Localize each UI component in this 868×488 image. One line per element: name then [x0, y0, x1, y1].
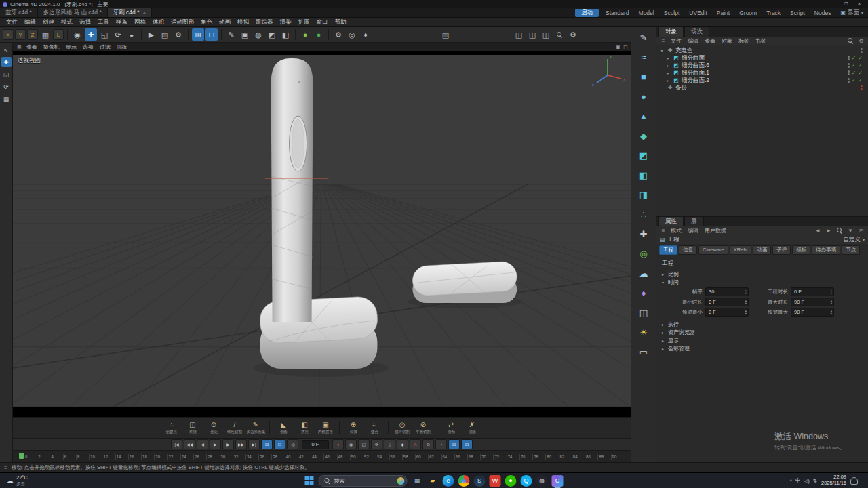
cloner-icon[interactable]: ∴ [636, 207, 651, 222]
menubar-item[interactable]: 体积 [149, 18, 167, 26]
extrude-button[interactable]: ◧挤压 [294, 420, 315, 435]
modeling-axis-icon[interactable]: ▦ [1, 94, 12, 104]
loop-cut-button[interactable]: ◎循环切割 [392, 420, 412, 435]
network-icon[interactable]: ⇅ [813, 478, 817, 484]
steam-icon[interactable]: S [474, 475, 486, 487]
cone-primitive-icon[interactable]: ▲ [636, 108, 651, 123]
plane-cut-button[interactable]: ⊘平面切割 [413, 420, 433, 435]
attribute-tab-button[interactable]: 节点 [842, 245, 860, 255]
camera-icon[interactable]: ◫ [636, 305, 651, 320]
task-view-icon[interactable]: ▦ [412, 475, 423, 487]
attribute-group-header[interactable]: ▸比例 [660, 270, 864, 278]
keyframe-rotation-icon[interactable]: ⟳ [371, 439, 382, 449]
attribute-group-header[interactable]: ▸显示 [660, 336, 864, 344]
timeline-ruler-mode-icon[interactable]: ⊞ [261, 439, 273, 449]
wps-icon[interactable]: W [490, 475, 501, 487]
enabled-check-icon[interactable]: ✓ [852, 70, 856, 76]
object-manager-tab[interactable]: 场次 [684, 27, 709, 37]
light-icon[interactable]: ☀ [636, 325, 651, 340]
sound-icon[interactable]: ◁) [287, 439, 298, 449]
object-manager-settings-icon[interactable]: ⚙ [857, 38, 865, 44]
hidden-icons-chevron[interactable]: ^ [789, 478, 792, 484]
spline-icon[interactable]: ≈ [636, 49, 651, 64]
field-input[interactable]: 30▴▾ [705, 287, 749, 296]
cube-primitive-icon[interactable]: ■ [636, 69, 651, 84]
extrude-icon[interactable]: ◧ [636, 167, 651, 182]
volume-icon[interactable]: ◁) [804, 478, 809, 484]
visibility-dots[interactable] [861, 48, 863, 53]
visibility-dots[interactable] [848, 78, 850, 83]
render-visibility-dot[interactable] [848, 58, 850, 60]
keyframe-scale-icon[interactable]: ◱ [358, 439, 370, 449]
menubar-item[interactable]: 模拟 [234, 18, 252, 26]
attribute-tab-button[interactable]: XRefs [730, 245, 751, 255]
layout-tab[interactable]: Track [762, 9, 785, 16]
render-view-icon[interactable]: ▶ [145, 28, 157, 41]
last-used-tool-icon[interactable]: ◒ [125, 28, 138, 41]
expand-icon[interactable]: ▸ [665, 63, 671, 68]
rotate-tool-icon[interactable]: ⟳ [112, 28, 124, 41]
render-visibility-dot[interactable] [848, 66, 850, 68]
field-input[interactable]: 90 F▴▾ [791, 308, 834, 317]
workplane-icon[interactable]: ▦ [39, 28, 52, 41]
enabled-check-icon[interactable]: ✓ [858, 56, 863, 61]
timeline-playhead[interactable] [19, 453, 24, 459]
obs-icon[interactable]: ◍ [536, 475, 548, 487]
layout-tab[interactable]: Standard [601, 9, 634, 16]
viewport-menu-item[interactable]: 查看 [24, 43, 40, 51]
enabled-check-icon[interactable]: ✓ [852, 63, 856, 68]
subdivision-surface-icon[interactable]: ◩ [266, 28, 278, 41]
keyframe-snap-icon[interactable]: ⊟ [274, 439, 285, 449]
sphere-primitive-icon[interactable]: ● [636, 89, 651, 104]
object-row[interactable]: ▸◩细分曲面.2✓✓ [656, 77, 868, 84]
bridge-button[interactable]: ◫桥接 [182, 420, 203, 435]
bevel-button[interactable]: ◣倒角 [273, 420, 294, 435]
y-axis-lock-button[interactable]: Y [15, 29, 26, 40]
timeline-window-icon[interactable]: ◔ [435, 439, 447, 449]
visibility-dots[interactable] [848, 70, 850, 75]
x-axis-lock-button[interactable]: X [3, 29, 14, 40]
history-forward-icon[interactable]: ► [825, 228, 833, 234]
titlebar[interactable]: Cinema 4D 2024.1.0 - [牙刷.c4d *] - 主要 ─❐✕ [0, 0, 868, 8]
history-back-icon[interactable]: ◄ [814, 228, 822, 234]
menubar-item[interactable]: 角色 [197, 18, 216, 26]
qq-icon[interactable]: Q [521, 475, 532, 487]
layout-tab[interactable]: Nodes [810, 9, 836, 16]
cinema4d-icon[interactable]: C [552, 475, 564, 487]
volume-icon[interactable]: ☁ [636, 266, 651, 281]
menubar-item[interactable]: 创建 [39, 18, 58, 26]
keyframe-pla-icon[interactable]: ◆ [397, 439, 408, 449]
attribute-tab-button[interactable]: 子弹 [772, 245, 791, 255]
object-row[interactable]: ▸◩细分曲面✓✓ [656, 54, 868, 62]
next-frame-button[interactable]: ▶ [222, 439, 234, 449]
editor-visibility-dot[interactable] [861, 85, 863, 87]
field-input[interactable]: 0 F▴▾ [705, 308, 749, 317]
attribute-mode-menu-item[interactable]: 编辑 [685, 227, 701, 235]
expand-icon[interactable]: ▸ [665, 56, 671, 60]
expand-icon[interactable]: ▾ [659, 48, 665, 53]
goto-end-button[interactable]: ▶| [248, 439, 260, 449]
render-picture-viewer-icon[interactable]: ▤ [159, 28, 171, 41]
attribute-tab-button[interactable]: 待办事项 [812, 245, 840, 255]
object-manager-menu-item[interactable]: 书签 [753, 37, 769, 45]
interface-selector[interactable]: ▣ 界面 ▾ [835, 8, 868, 17]
layout-tab[interactable]: Groom [734, 9, 762, 16]
autokey-icon[interactable]: A [410, 439, 421, 449]
layout-window-3-icon[interactable]: ◫ [540, 28, 552, 41]
start-button[interactable] [305, 476, 315, 485]
mograph-icon[interactable]: ♦ [359, 28, 372, 41]
menubar-item[interactable]: 窗口 [313, 18, 332, 26]
previous-key-button[interactable]: ◀◀ [184, 439, 195, 449]
minimize-button[interactable]: ─ [827, 1, 840, 7]
visibility-dots[interactable] [848, 56, 850, 60]
optimize-button[interactable]: ⊙优化 [203, 420, 224, 435]
current-frame-field[interactable]: 0 F [302, 440, 329, 449]
floor-icon[interactable]: ▭ [636, 344, 651, 359]
menubar-item[interactable]: 帮助 [332, 18, 350, 26]
goto-start-button[interactable]: |◀ [171, 439, 182, 449]
snap-toggle-icon[interactable]: ⊞ [192, 28, 204, 41]
layout-window-2-icon[interactable]: ◫ [526, 28, 538, 41]
layout-tab[interactable]: UVEdit [684, 9, 711, 16]
object-manager-menu-item[interactable]: 查看 [702, 37, 718, 45]
field-input[interactable]: 0 F▴▾ [705, 298, 749, 306]
